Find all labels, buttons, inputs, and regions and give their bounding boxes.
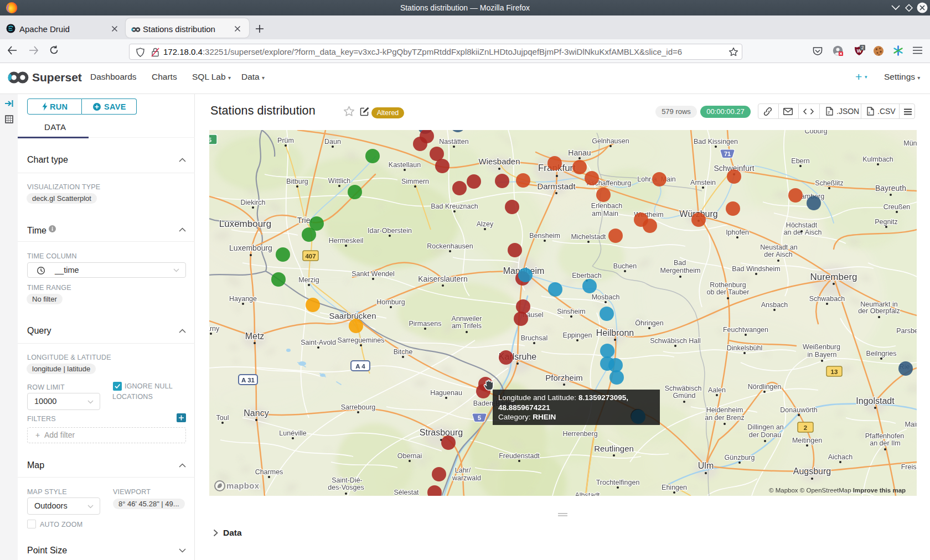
svg-text:Michelstadt: Michelstadt [571, 233, 606, 241]
svg-text:Günzburg: Günzburg [725, 454, 755, 462]
svg-text:Bruchsal: Bruchsal [521, 334, 548, 342]
svg-text:der Oberpfalz: der Oberpfalz [858, 307, 900, 315]
svg-text:Meitingen: Meitingen [792, 437, 822, 444]
svg-text:Dillingen an: Dillingen an [747, 423, 783, 431]
svg-text:Heilbronn: Heilbronn [596, 328, 634, 338]
svg-text:Main: Main [905, 421, 917, 428]
svg-text:Dinkelsbühl: Dinkelsbühl [727, 344, 763, 352]
svg-text:Pforzheim: Pforzheim [545, 373, 583, 382]
svg-text:Nastätten: Nastätten [439, 138, 469, 146]
svg-text:warzwald: warzwald [452, 474, 481, 482]
svg-text:der Donau: der Donau [749, 431, 781, 439]
svg-text:Bitburg: Bitburg [286, 178, 308, 185]
svg-text:Simmern: Simmern [401, 178, 429, 185]
svg-text:Idar-Oberstein: Idar-Oberstein [368, 227, 412, 235]
svg-text:Schwabach: Schwabach [809, 295, 845, 303]
svg-text:Mergentheim: Mergentheim [660, 267, 701, 274]
svg-text:Metz: Metz [245, 331, 265, 341]
svg-text:Darmstadt: Darmstadt [537, 182, 576, 191]
svg-text:ob der Tauber: ob der Tauber [707, 288, 750, 296]
svg-text:Bad Windsheim: Bad Windsheim [732, 265, 781, 273]
svg-text:Wiesbaden: Wiesbaden [478, 157, 520, 166]
svg-text:Strasbourg: Strasbourg [420, 428, 463, 437]
svg-text:Pfaffenhofen: Pfaffenhofen [865, 432, 905, 440]
svg-text:Albstadt: Albstadt [575, 491, 600, 496]
svg-text:Obernai: Obernai [397, 452, 422, 460]
svg-text:Pirmasens: Pirmasens [409, 320, 441, 328]
svg-text:Rothenburg: Rothenburg [710, 281, 746, 289]
svg-text:Sarrebourg: Sarrebourg [341, 403, 376, 411]
svg-text:Rockenhausen: Rockenhausen [427, 242, 473, 250]
svg-text:Mosbach: Mosbach [592, 293, 620, 301]
svg-text:Nördlingen: Nördlingen [748, 383, 782, 391]
svg-text:Coburg: Coburg [805, 130, 828, 135]
svg-text:Creußen: Creußen [884, 203, 911, 211]
svg-text:Bad Kreuznach: Bad Kreuznach [431, 203, 478, 210]
svg-text:Bad: Bad [674, 259, 686, 267]
svg-text:Lahr/: Lahr/ [455, 466, 471, 474]
svg-text:Eppingen: Eppingen [563, 331, 592, 339]
svg-text:Sélestat: Sélestat [394, 489, 419, 496]
svg-text:A 4: A 4 [355, 363, 365, 370]
svg-text:Arnstein: Arnstein [690, 179, 716, 186]
svg-text:Sankt Wendel: Sankt Wendel [352, 270, 395, 278]
svg-text:am Main: am Main [592, 210, 618, 217]
svg-text:71: 71 [724, 151, 731, 157]
svg-text:Nuremberg: Nuremberg [810, 272, 857, 282]
svg-text:Münch: Münch [903, 139, 917, 147]
svg-text:Wittlich: Wittlich [328, 177, 350, 185]
svg-text:Homburg: Homburg [376, 298, 405, 306]
svg-text:Lunéville: Lunéville [279, 429, 306, 437]
svg-text:des-Vosges: des-Vosges [328, 484, 364, 491]
svg-text:in Bayern: in Bayern [808, 351, 837, 359]
svg-text:Aalen: Aalen [708, 386, 726, 394]
svg-text:Prüm: Prüm [277, 137, 294, 144]
svg-text:Saint-Avold: Saint-Avold [301, 339, 336, 346]
svg-text:Schwäbisch: Schwäbisch [665, 385, 702, 392]
svg-text:Herrenberg: Herrenberg [562, 430, 597, 438]
svg-text:5: 5 [209, 137, 212, 143]
svg-text:Kaiserslautern: Kaiserslautern [418, 274, 468, 283]
svg-text:Daun: Daun [324, 138, 341, 146]
svg-text:an der Aisch: an der Aisch [784, 229, 822, 236]
svg-text:Höchstadt: Höchstadt [786, 221, 818, 229]
svg-text:Pegnitz: Pegnitz [875, 218, 898, 226]
svg-text:Freudenstadt: Freudenstadt [499, 452, 540, 460]
svg-text:Freisi: Freisi [901, 463, 917, 471]
svg-text:Trochtelfingen: Trochtelfingen [596, 479, 640, 486]
svg-text:Iphofen: Iphofen [726, 229, 749, 236]
svg-text:Weißenburg: Weißenburg [803, 343, 840, 351]
svg-text:Gmünd: Gmünd [673, 392, 696, 400]
svg-text:Donauwörth: Donauwörth [780, 406, 817, 414]
svg-text:Kastellaun: Kastellaun [389, 161, 421, 169]
svg-text:Charmes: Charmes [255, 468, 283, 476]
svg-text:Öhringen: Öhringen [635, 319, 663, 327]
svg-text:Saarbrücken: Saarbrücken [329, 311, 376, 320]
svg-text:an der Ilm: an der Ilm [870, 439, 901, 447]
svg-text:Heidenheim: Heidenheim [706, 406, 743, 414]
svg-text:Aichach: Aichach [828, 453, 853, 461]
svg-text:am Trifels: am Trifels [452, 322, 482, 330]
svg-text:an der Brenz: an der Brenz [705, 414, 745, 422]
svg-text:mapbox: mapbox [226, 481, 260, 490]
svg-text:Bensheim: Bensheim [529, 232, 560, 240]
svg-text:der Aisch: der Aisch [764, 251, 792, 258]
svg-text:407: 407 [305, 253, 316, 260]
svg-text:Bad Kissingen: Bad Kissingen [694, 138, 738, 146]
svg-text:Alzey: Alzey [477, 220, 494, 228]
svg-text:Hanau: Hanau [568, 148, 591, 157]
svg-text:Luxembourg: Luxembourg [229, 243, 272, 252]
svg-text:Eberbach: Eberbach [572, 272, 602, 279]
svg-text:Bitche: Bitche [394, 348, 413, 356]
svg-text:Kulmbach: Kulmbach [862, 155, 893, 163]
svg-text:2: 2 [861, 45, 864, 50]
svg-text:Beilngries: Beilngries [866, 350, 897, 357]
svg-text:Saint-Dié-: Saint-Dié- [332, 476, 363, 484]
svg-text:Neustadt an: Neustadt an [760, 243, 797, 251]
svg-text:Buchen: Buchen [613, 262, 637, 270]
svg-text:Hermeskeil: Hermeskeil [329, 237, 364, 245]
svg-text:Scheßlitz: Scheßlitz [815, 179, 843, 187]
svg-text:x: x [868, 111, 870, 115]
svg-text:Diekirch: Diekirch [240, 199, 265, 206]
svg-text:Ulm: Ulm [698, 461, 714, 470]
